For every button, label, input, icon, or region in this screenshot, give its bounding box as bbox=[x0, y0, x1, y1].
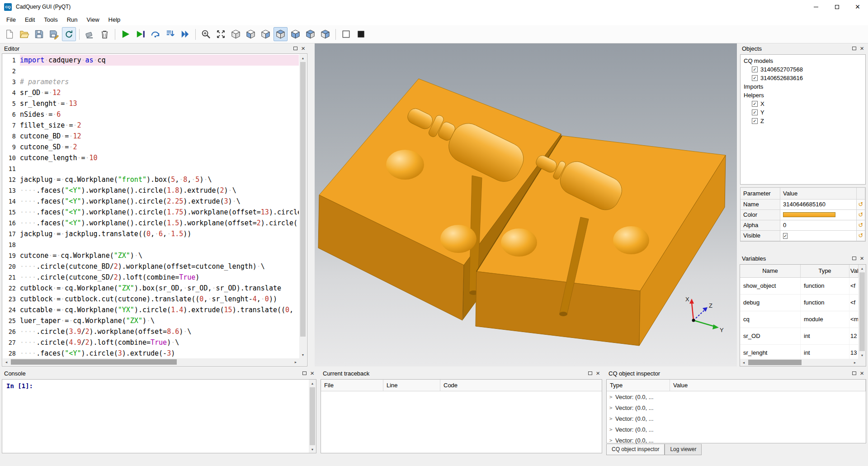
code-area[interactable]: 1import·cadquery·as·cq23# parameters4sr_… bbox=[3, 55, 299, 358]
code-line[interactable]: 2 bbox=[3, 66, 299, 76]
shaded-mode-icon[interactable] bbox=[354, 27, 368, 41]
console-input-area[interactable]: In [1]: bbox=[2, 380, 308, 453]
visible-checkbox[interactable]: ✓ bbox=[783, 233, 788, 239]
close-icon[interactable] bbox=[860, 370, 864, 377]
code-line[interactable]: 14····.faces("<Y").workplane().circle(2.… bbox=[3, 196, 299, 207]
variable-row[interactable]: show_objectfunction<f bbox=[740, 278, 859, 295]
fit-all-icon[interactable] bbox=[214, 27, 228, 41]
objects-dock-title[interactable]: Objects bbox=[739, 43, 867, 53]
fit-zoom-icon[interactable] bbox=[199, 27, 213, 41]
scroll-up-icon[interactable] bbox=[309, 380, 316, 387]
code-line[interactable]: 18 bbox=[3, 239, 299, 250]
view-bottom-icon[interactable] bbox=[288, 27, 302, 41]
expand-icon[interactable]: > bbox=[609, 405, 615, 411]
tree-item[interactable]: ✓Z bbox=[741, 117, 864, 125]
visibility-checkbox[interactable]: ✓ bbox=[752, 67, 758, 72]
code-line[interactable]: 12jackplug·=·cq.Workplane("front").box(5… bbox=[3, 174, 299, 185]
autoreload-icon[interactable] bbox=[62, 27, 76, 41]
variables-dock-title[interactable]: Variables bbox=[739, 253, 867, 263]
title-bar[interactable]: CQ CadQuery GUI (PyQT) bbox=[0, 0, 868, 14]
code-line[interactable]: 5sr_lenght·=·13 bbox=[3, 98, 299, 109]
view-right-icon[interactable] bbox=[318, 27, 332, 41]
property-value[interactable]: ✓ bbox=[780, 231, 857, 241]
scrollbar-thumb[interactable] bbox=[748, 360, 802, 365]
tree-group-cq-models[interactable]: CQ models bbox=[741, 57, 864, 65]
code-line[interactable]: 15····.faces("<Y").workplane().circle(1.… bbox=[3, 207, 299, 218]
code-line[interactable]: 23cutblock·=·cutblock.cut(cutcone).trans… bbox=[3, 294, 299, 304]
float-icon[interactable] bbox=[852, 371, 856, 375]
float-icon[interactable] bbox=[852, 257, 856, 260]
code-line[interactable]: 8cutcone_BD·=·12 bbox=[3, 131, 299, 142]
editor-vertical-scrollbar[interactable] bbox=[299, 54, 307, 358]
clear-console-icon[interactable] bbox=[83, 27, 97, 41]
viewport-3d[interactable]: X Z Y bbox=[315, 43, 737, 366]
close-icon[interactable] bbox=[310, 370, 314, 377]
scroll-up-icon[interactable] bbox=[299, 54, 307, 62]
code-line[interactable]: 20····.circle(cutcone_BD/2).workplane(of… bbox=[3, 261, 299, 272]
variables-horizontal-scrollbar[interactable] bbox=[740, 359, 859, 366]
console-vertical-scrollbar[interactable] bbox=[309, 380, 316, 453]
variable-row[interactable]: sr_ODint12 bbox=[740, 328, 859, 345]
variable-row[interactable]: debugfunction<f bbox=[740, 295, 859, 311]
minimize-button[interactable] bbox=[806, 0, 826, 14]
scroll-down-icon[interactable] bbox=[309, 446, 316, 453]
cad-model[interactable]: X Z Y bbox=[315, 43, 737, 366]
view-left-icon[interactable] bbox=[303, 27, 317, 41]
float-icon[interactable] bbox=[588, 371, 592, 375]
reset-button[interactable]: ↺ bbox=[857, 231, 865, 241]
scroll-right-icon[interactable] bbox=[292, 358, 299, 366]
scroll-left-icon[interactable] bbox=[3, 358, 10, 366]
code-line[interactable]: 19cutcone·=·cq.Workplane("ZX")·\ bbox=[3, 250, 299, 261]
close-icon[interactable] bbox=[596, 370, 600, 377]
reset-button[interactable]: ↺ bbox=[857, 220, 865, 231]
code-line[interactable]: 6nSides·=·6 bbox=[3, 109, 299, 120]
view-back-icon[interactable] bbox=[259, 27, 273, 41]
menu-view[interactable]: View bbox=[82, 14, 104, 25]
menu-edit[interactable]: Edit bbox=[20, 14, 39, 25]
render-icon[interactable] bbox=[118, 27, 132, 41]
view-front-icon[interactable] bbox=[244, 27, 258, 41]
menu-file[interactable]: File bbox=[2, 14, 20, 25]
reset-button[interactable]: ↺ bbox=[857, 210, 865, 220]
visibility-checkbox[interactable]: ✓ bbox=[752, 118, 758, 124]
code-line[interactable]: 1import·cadquery·as·cq bbox=[3, 55, 299, 66]
code-line[interactable]: 17jackplug·=·jackplug.translate((0,·6,·1… bbox=[3, 228, 299, 239]
code-line[interactable]: 13····.faces("<Y").workplane().circle(1.… bbox=[3, 185, 299, 196]
code-line[interactable]: 11 bbox=[3, 163, 299, 174]
visibility-checkbox[interactable]: ✓ bbox=[752, 75, 758, 81]
menu-help[interactable]: Help bbox=[104, 14, 125, 25]
expand-icon[interactable]: > bbox=[609, 427, 615, 433]
save-icon[interactable] bbox=[32, 27, 46, 41]
scroll-left-icon[interactable] bbox=[740, 359, 747, 366]
close-icon[interactable] bbox=[860, 255, 864, 262]
new-file-icon[interactable] bbox=[2, 27, 16, 41]
inspector-row[interactable]: >Vector: (0.0, ... bbox=[607, 413, 866, 424]
float-icon[interactable] bbox=[302, 371, 307, 375]
debug-icon[interactable] bbox=[133, 27, 147, 41]
expand-icon[interactable]: > bbox=[609, 416, 615, 422]
code-line[interactable]: 28····.faces("<Y").circle(3).extrude(-3) bbox=[3, 348, 299, 358]
code-line[interactable]: 4sr_OD·=·12 bbox=[3, 87, 299, 98]
continue-icon[interactable] bbox=[178, 27, 192, 41]
scrollbar-thumb[interactable] bbox=[859, 272, 865, 351]
menu-tools[interactable]: Tools bbox=[39, 14, 62, 25]
save-as-icon[interactable] bbox=[47, 27, 61, 41]
open-file-icon[interactable] bbox=[17, 27, 31, 41]
variable-row[interactable]: cqmodule<m bbox=[740, 311, 859, 328]
property-value[interactable] bbox=[780, 210, 857, 220]
tree-item[interactable]: ✓3140652707568 bbox=[741, 65, 864, 74]
float-icon[interactable] bbox=[852, 47, 856, 50]
expand-icon[interactable]: > bbox=[609, 437, 615, 443]
code-line[interactable]: 10cutcone_length·=·10 bbox=[3, 152, 299, 163]
close-icon[interactable] bbox=[860, 45, 864, 52]
scrollbar-thumb[interactable] bbox=[310, 387, 315, 445]
code-line[interactable]: 27····.circle(4.9/2).loft(combine=True)·… bbox=[3, 337, 299, 348]
step-in-icon[interactable] bbox=[163, 27, 177, 41]
code-line[interactable]: 16····.faces("<Y").workplane().circle(1.… bbox=[3, 218, 299, 228]
scroll-down-icon[interactable] bbox=[299, 351, 307, 358]
tree-item[interactable]: ✓3140652683616 bbox=[741, 74, 864, 82]
color-swatch[interactable] bbox=[783, 212, 835, 217]
code-line[interactable]: 3# parameters bbox=[3, 76, 299, 87]
view-top-icon[interactable] bbox=[274, 27, 288, 41]
code-line[interactable]: 25luer_taper·=·cq.Workplane("ZX")·\ bbox=[3, 315, 299, 326]
